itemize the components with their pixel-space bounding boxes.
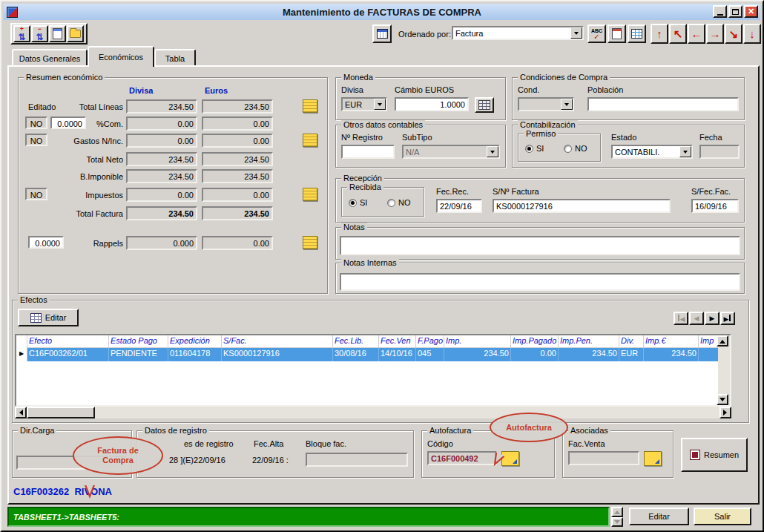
facventa-field <box>568 451 639 465</box>
nav-up-button[interactable]: ↑ <box>651 24 668 44</box>
scroll-up-button[interactable] <box>717 335 728 347</box>
column-header[interactable]: Fec.Ven <box>379 335 416 348</box>
arrow-right-icon <box>723 410 730 416</box>
minimize-button[interactable] <box>713 5 727 18</box>
notes-icon[interactable] <box>303 99 317 113</box>
scrollbar-thumb[interactable] <box>27 407 95 418</box>
column-header[interactable]: Expedición <box>168 335 222 348</box>
editar-button[interactable]: Editar <box>629 508 689 525</box>
groupbox-title: Dir.Carga <box>18 426 56 436</box>
permiso-si-radio[interactable]: SI <box>525 144 544 153</box>
cond-value <box>519 99 561 110</box>
grid-header-row: Efecto Estado Pago Expedición S/Fac. Fec… <box>16 335 721 348</box>
record-last-button[interactable]: ▶ <box>720 312 735 325</box>
column-header[interactable]: Fec.Lib. <box>333 335 379 348</box>
nav-left-button[interactable]: ← <box>688 24 705 44</box>
sfecfac-field[interactable]: 16/09/16 <box>691 199 739 213</box>
snfactura-field[interactable]: KS0000127916 <box>493 199 671 213</box>
cond-combobox[interactable] <box>518 97 574 111</box>
cambio-field[interactable]: 1.0000 <box>395 97 469 111</box>
notas-internas-field[interactable] <box>340 273 740 291</box>
recibida-no-radio[interactable]: NO <box>387 198 411 207</box>
column-header[interactable]: Estado Pago <box>109 335 168 348</box>
bloque-field <box>306 453 408 467</box>
close-button[interactable]: ✕ <box>744 5 758 18</box>
maximize-button[interactable] <box>728 5 742 18</box>
poblacion-field[interactable] <box>587 97 739 111</box>
cond-dropdown-button[interactable] <box>561 99 573 110</box>
export-button[interactable] <box>607 24 626 43</box>
grid-vertical-scrollbar[interactable] <box>718 335 730 405</box>
ordenado-combobox[interactable]: Factura <box>452 26 584 40</box>
column-header[interactable]: Imp.Pen. <box>559 335 619 348</box>
column-header[interactable]: Imp.€ <box>644 335 699 348</box>
toolbar-folder-button[interactable] <box>67 25 84 42</box>
nav-right-button[interactable]: → <box>706 24 724 44</box>
toolbar-sort-desc-button[interactable]: −⇅ <box>31 25 48 42</box>
cell-imp: 234.50 <box>444 348 511 361</box>
nav-down-button[interactable]: ↓ <box>743 24 761 44</box>
table-row[interactable]: ▶ C16F003262/01 PENDIENTE 011604178 KS00… <box>16 348 721 361</box>
nav-downright-button[interactable]: ↘ <box>725 24 742 44</box>
record-id: C16F003262 <box>13 486 69 497</box>
status-scroll-down-button[interactable] <box>611 517 623 527</box>
column-header[interactable]: Efecto <box>27 335 109 348</box>
goto-autofactura-icon[interactable] <box>501 451 519 466</box>
ordenado-value: Factura <box>453 27 570 39</box>
estado-combobox[interactable]: CONTABILI. <box>611 145 693 159</box>
tab-tabla[interactable]: Tabla <box>154 49 196 66</box>
record-prev-button[interactable]: ◀ <box>689 312 704 325</box>
salir-button[interactable]: Salir <box>694 508 751 525</box>
divisa-combobox[interactable]: EUR <box>341 97 387 111</box>
estado-dropdown-button[interactable] <box>679 146 691 157</box>
abc-check-icon: ABC✓ <box>591 28 602 40</box>
com-rate-field[interactable]: 0.0000 <box>50 116 86 129</box>
radio-label: NO <box>575 144 587 153</box>
column-header[interactable]: Imp. <box>444 335 511 348</box>
notas-field[interactable] <box>340 236 740 255</box>
spellcheck-button[interactable]: ABC✓ <box>587 24 606 43</box>
calculator-icon <box>478 100 490 110</box>
efectos-editar-button[interactable]: Editar <box>18 309 79 326</box>
toolbar-list-button[interactable] <box>49 25 66 42</box>
divisa-dropdown-button[interactable] <box>374 99 386 110</box>
permiso-no-radio[interactable]: NO <box>564 144 587 153</box>
cell-efecto: C16F003262/01 <box>27 348 109 361</box>
fecrec-field[interactable]: 22/09/16 <box>436 199 482 213</box>
ordenado-dropdown-button[interactable] <box>570 27 582 39</box>
rappels-rate-field[interactable]: 0.0000 <box>28 236 64 249</box>
calendar-button[interactable] <box>372 24 392 43</box>
resumen-button[interactable]: Resumen <box>681 438 748 472</box>
toolbar-sort-asc-button[interactable]: +⇅ <box>13 25 30 42</box>
record-next-button[interactable]: ▶ <box>705 312 719 325</box>
groupbox-title: Condiciones de Compra <box>518 73 610 82</box>
column-header[interactable]: S/Fac. <box>222 335 333 348</box>
nregistro-field[interactable] <box>341 145 395 159</box>
tab-datos-generales[interactable]: Datos Generales <box>12 49 88 66</box>
nav-upleft-button[interactable]: ↖ <box>669 24 687 44</box>
cell-div: EUR <box>619 348 644 361</box>
notes-icon[interactable] <box>303 236 317 249</box>
grid-horizontal-scrollbar[interactable] <box>15 407 731 418</box>
column-header[interactable]: Div. <box>619 335 644 348</box>
sfecfac-label: S/Fec.Fac. <box>691 187 731 197</box>
scroll-left-button[interactable] <box>15 407 27 418</box>
tab-economicos[interactable]: Económicos <box>88 46 154 67</box>
button-label: Resumen <box>704 450 739 459</box>
status-scroll-up-button[interactable] <box>611 507 623 517</box>
goto-facventa-icon[interactable] <box>644 451 662 466</box>
scroll-right-button[interactable] <box>719 407 731 418</box>
notes-icon[interactable] <box>303 134 317 147</box>
scroll-down-button[interactable] <box>717 394 728 405</box>
efectos-grid: Efecto Estado Pago Expedición S/Fac. Fec… <box>15 334 731 407</box>
table-view-button[interactable] <box>628 24 646 43</box>
notes-icon[interactable] <box>303 188 317 201</box>
subtipo-combobox[interactable]: N/A <box>402 145 500 159</box>
calculator-button[interactable] <box>475 97 494 113</box>
subtipo-dropdown-button[interactable] <box>487 146 498 157</box>
record-first-button[interactable]: ◀ <box>674 312 688 325</box>
recibida-si-radio[interactable]: SI <box>349 198 367 207</box>
last-record-icon: ▶ <box>724 315 732 323</box>
column-header[interactable]: Imp.Pagado <box>511 335 559 348</box>
column-header[interactable]: F.Pago <box>416 335 444 348</box>
